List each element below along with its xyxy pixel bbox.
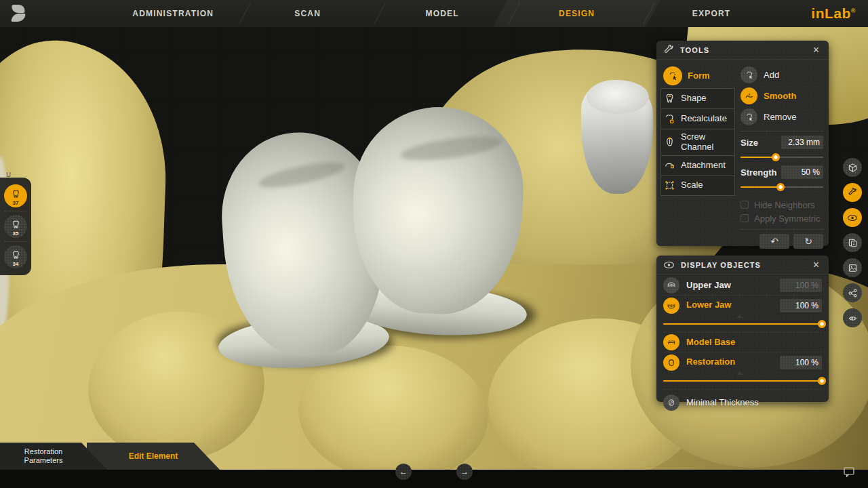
phase-menu: ADMINISTRATION SCAN MODEL DESIGN EXPORT xyxy=(106,0,778,27)
lower-jaw-value[interactable]: 100 % xyxy=(780,299,822,312)
tool-screw-channel[interactable]: Screw Chan­nel xyxy=(660,129,735,155)
display-restoration[interactable]: Restoration 100 % xyxy=(663,352,822,372)
restoration-label: Restoration xyxy=(686,357,773,367)
wrench-icon xyxy=(848,188,857,197)
tooth-button-34[interactable]: 34 xyxy=(4,245,27,268)
tool-attachment[interactable]: Attachment xyxy=(660,155,735,176)
sirona-logo[interactable] xyxy=(0,0,38,27)
tool-form[interactable]: Form xyxy=(660,64,735,88)
display-model-base[interactable]: Model Base xyxy=(663,333,822,352)
tab-model[interactable]: MODEL xyxy=(375,0,509,27)
size-parameter: Size 2.33 mm xyxy=(741,136,823,149)
jaw-icon xyxy=(848,313,858,323)
shape-icon xyxy=(664,93,675,104)
tool-categories: Form Shape Recalculate Screw Chan­nel At… xyxy=(660,64,735,249)
display-objects-panel: DISPLAY OBJECTS × Upper Jaw 100 % Lower … xyxy=(656,256,829,402)
undo-button[interactable]: ↶ xyxy=(760,234,789,249)
display-objects-header: DISPLAY OBJECTS × xyxy=(656,256,829,274)
restoration-value[interactable]: 100 % xyxy=(780,356,822,369)
tool-screw-channel-label: Screw Chan­nel xyxy=(681,132,726,152)
form-remove-label: Remove xyxy=(764,112,796,122)
form-add[interactable]: Add xyxy=(741,65,823,85)
hide-neighbors-option[interactable]: Hide Neighbors xyxy=(741,198,823,211)
wrench-icon xyxy=(663,45,674,56)
lower-jaw-label: Lower Jaw xyxy=(686,300,773,310)
display-minimal-thickness[interactable]: Minimal Thickness xyxy=(663,390,822,415)
divider xyxy=(741,229,823,230)
tab-design[interactable]: DESIGN xyxy=(509,0,644,27)
strength-slider[interactable] xyxy=(741,182,823,192)
form-icon xyxy=(663,66,682,85)
close-icon[interactable]: × xyxy=(810,258,822,272)
display-upper-jaw[interactable]: Upper Jaw 100 % xyxy=(663,276,822,296)
screw-channel-icon xyxy=(664,136,675,148)
tool-scale[interactable]: Scale xyxy=(660,176,735,196)
hide-neighbors-checkbox[interactable] xyxy=(741,201,749,209)
scale-icon xyxy=(664,180,675,191)
restoration-parameters-label: Restoration Parameters xyxy=(9,447,77,465)
minimal-thickness-label: Minimal Thickness xyxy=(686,398,822,407)
share-button[interactable] xyxy=(843,283,862,302)
form-smooth[interactable]: Smooth xyxy=(741,86,823,106)
undo-icon: ↶ xyxy=(770,236,778,247)
apply-symmetric-checkbox[interactable] xyxy=(741,214,749,222)
close-icon[interactable]: × xyxy=(810,43,822,57)
display-objects-body: Upper Jaw 100 % Lower Jaw 100 % Model Ba… xyxy=(656,274,829,420)
tool-form-label: Form xyxy=(688,71,732,81)
cube-icon xyxy=(848,163,858,173)
restoration-icon xyxy=(663,354,679,371)
restoration-selector: ∪ 37 35 34 xyxy=(0,178,31,275)
undo-redo-group: ↶ ↻ xyxy=(741,234,823,249)
tooth-button-37[interactable]: 37 xyxy=(4,184,27,207)
restoration-slider-row xyxy=(663,372,822,390)
redo-button[interactable]: ↻ xyxy=(793,234,823,249)
screenshot-button[interactable] xyxy=(843,258,862,277)
form-add-label: Add xyxy=(764,70,779,80)
upper-jaw-value[interactable]: 100 % xyxy=(780,279,822,292)
model-base-label: Model Base xyxy=(686,338,822,347)
tab-administration[interactable]: ADMINISTRATION xyxy=(106,0,240,27)
registered-mark: ® xyxy=(851,7,856,14)
tool-shape[interactable]: Shape xyxy=(660,88,735,108)
top-navigation-bar: ADMINISTRATION SCAN MODEL DESIGN EXPORT … xyxy=(0,0,868,27)
apply-symmetric-option[interactable]: Apply Symmetric xyxy=(741,211,823,225)
strength-value[interactable]: 50 % xyxy=(781,165,823,179)
size-slider-fill xyxy=(741,157,776,158)
sirona-logo-icon xyxy=(12,5,26,22)
tools-panel-header: TOOLS × xyxy=(656,41,829,60)
next-step-button[interactable]: → xyxy=(456,464,473,480)
tooth-button-35[interactable]: 35 xyxy=(4,215,27,238)
tools-body: Form Shape Recalculate Screw Chan­nel At… xyxy=(656,60,829,254)
speech-bubble-icon xyxy=(842,466,856,479)
articulation-button[interactable] xyxy=(843,308,862,327)
form-remove[interactable]: Remove xyxy=(741,107,823,127)
view-options-button[interactable] xyxy=(843,158,862,177)
redo-icon: ↻ xyxy=(804,236,812,247)
tab-export[interactable]: EXPORT xyxy=(644,0,778,27)
tab-scan[interactable]: SCAN xyxy=(240,0,374,27)
restoration-slider-fill xyxy=(663,380,822,382)
display-objects-toggle-button[interactable] xyxy=(843,208,862,227)
documents-button[interactable] xyxy=(843,233,862,252)
size-value[interactable]: 2.33 mm xyxy=(781,136,823,149)
tool-recalculate[interactable]: Recalculate xyxy=(660,108,735,129)
upper-jaw-label: Upper Jaw xyxy=(686,281,773,290)
tools-toggle-button[interactable] xyxy=(843,183,862,202)
feedback-button[interactable] xyxy=(842,466,856,479)
previous-step-button[interactable]: ← xyxy=(395,464,412,480)
display-objects-title: DISPLAY OBJECTS xyxy=(681,261,804,269)
inlab-brand: inLab® xyxy=(799,5,868,22)
edit-element-label: Edit Element xyxy=(129,451,178,461)
divider xyxy=(741,131,823,131)
arrow-right-icon: → xyxy=(460,467,469,476)
tooth-icon xyxy=(11,250,21,260)
display-lower-jaw[interactable]: Lower Jaw 100 % xyxy=(663,296,822,315)
strength-label: Strength xyxy=(741,167,776,178)
lower-jaw-slider-row xyxy=(663,315,822,333)
restoration-slider[interactable] xyxy=(663,375,822,386)
slider-caret xyxy=(736,371,743,375)
lower-jaw-slider[interactable] xyxy=(663,319,822,329)
upper-jaw-icon xyxy=(663,277,679,293)
tooth-number: 35 xyxy=(4,230,27,237)
size-slider[interactable] xyxy=(741,152,823,163)
